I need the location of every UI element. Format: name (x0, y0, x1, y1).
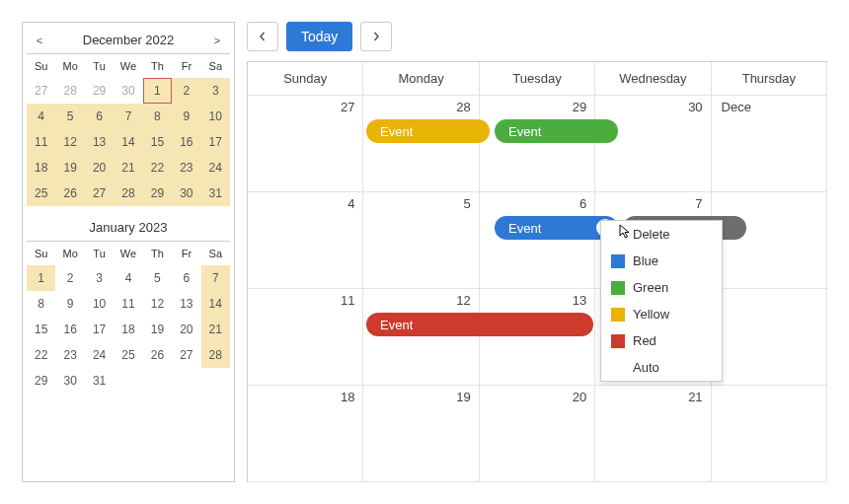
minical-day[interactable]: 16 (55, 317, 84, 342)
minical-day[interactable]: 20 (85, 155, 114, 180)
minical-day[interactable]: 28 (55, 78, 84, 104)
minical-day[interactable]: 23 (172, 155, 200, 180)
day-cell[interactable]: 12 (363, 289, 479, 386)
minical-day[interactable]: 23 (55, 342, 84, 368)
minical-day[interactable]: 10 (201, 104, 230, 129)
minical-day[interactable]: 18 (114, 317, 142, 342)
minical-day[interactable]: 3 (201, 78, 230, 104)
minical-day[interactable]: 12 (143, 291, 172, 317)
minical-day[interactable]: 22 (143, 155, 172, 180)
minical-day[interactable]: 22 (27, 342, 55, 368)
minical-day[interactable]: 14 (201, 291, 230, 317)
minical-day[interactable]: 30 (172, 180, 200, 206)
day-cell[interactable]: 28 (363, 96, 479, 192)
minical-day[interactable]: 30 (114, 78, 142, 104)
context-menu-label: Red (633, 333, 656, 348)
minical-day[interactable]: 16 (172, 129, 200, 155)
minical-day[interactable]: 7 (201, 265, 230, 291)
minical-day[interactable]: 26 (143, 342, 172, 368)
minical-day[interactable]: 7 (114, 104, 142, 129)
minical-day[interactable]: 21 (114, 155, 142, 180)
context-menu-item[interactable]: Delete (601, 221, 722, 248)
calendar-event[interactable]: Event (495, 119, 618, 143)
minical-day[interactable]: 27 (27, 78, 55, 104)
minical-day[interactable]: 4 (114, 265, 142, 291)
minical-day[interactable]: 5 (55, 104, 84, 129)
minical-day[interactable]: 29 (85, 78, 114, 104)
minical-day[interactable]: 21 (201, 317, 230, 342)
minical-prev-button[interactable]: < (31, 35, 48, 46)
minical-day[interactable]: 15 (143, 129, 172, 155)
minical-day[interactable]: 9 (55, 291, 84, 317)
minical-day[interactable]: 3 (85, 265, 114, 291)
today-button[interactable]: Today (286, 22, 352, 51)
minical-day[interactable]: 10 (85, 291, 114, 317)
minical-day[interactable]: 8 (27, 291, 55, 317)
minical-day[interactable]: 1 (27, 265, 55, 291)
day-cell[interactable]: 6 (480, 192, 595, 289)
day-cell[interactable]: 21 (595, 386, 711, 482)
context-menu-item[interactable]: Yellow (601, 301, 722, 327)
minical-day[interactable]: 29 (27, 368, 55, 394)
minical-day[interactable]: 17 (201, 129, 230, 155)
day-cell[interactable]: 29 (480, 96, 595, 192)
minical-day[interactable]: 27 (85, 180, 114, 206)
minical-day[interactable]: 19 (143, 317, 172, 342)
minical-day[interactable]: 5 (143, 265, 172, 291)
minical-day[interactable]: 4 (27, 104, 55, 129)
context-menu-item[interactable]: Auto (601, 354, 722, 381)
day-cell[interactable]: 13 (480, 289, 595, 386)
day-cell[interactable]: Dece (712, 96, 827, 192)
day-cell[interactable]: 11 (248, 289, 363, 386)
minical-day[interactable]: 9 (172, 104, 200, 129)
minical-day[interactable]: 31 (201, 180, 230, 206)
minical-day[interactable]: 17 (85, 317, 114, 342)
minical-day[interactable]: 29 (143, 180, 172, 206)
minical-day[interactable]: 28 (201, 342, 230, 368)
day-cell[interactable] (712, 289, 827, 386)
minical-day[interactable]: 27 (172, 342, 200, 368)
minical-day[interactable]: 11 (27, 129, 55, 155)
context-menu-item[interactable]: Blue (601, 248, 722, 274)
day-cell[interactable]: 19 (363, 386, 479, 482)
minical-day[interactable]: 28 (114, 180, 142, 206)
minical-day[interactable]: 6 (85, 104, 114, 129)
minical-day[interactable]: 30 (55, 368, 84, 394)
day-cell[interactable]: 27 (248, 96, 363, 192)
day-cell[interactable]: 18 (248, 386, 363, 482)
minical-day[interactable]: 1 (143, 78, 172, 104)
minical-next-button[interactable]: > (208, 35, 226, 46)
day-cell[interactable] (712, 386, 827, 482)
minical-day[interactable]: 2 (55, 265, 84, 291)
minical-day[interactable]: 25 (27, 180, 55, 206)
minical-day[interactable]: 26 (55, 180, 84, 206)
minical-day[interactable]: 24 (85, 342, 114, 368)
day-cell[interactable]: 20 (480, 386, 595, 482)
next-button[interactable] (360, 22, 392, 51)
day-cell[interactable] (712, 192, 827, 289)
minical-day[interactable]: 18 (27, 155, 55, 180)
minical-day[interactable]: 15 (27, 317, 55, 342)
minical-day[interactable]: 14 (114, 129, 142, 155)
minical-day[interactable]: 12 (55, 129, 84, 155)
minical-day[interactable]: 13 (85, 129, 114, 155)
calendar-event[interactable]: Event (366, 313, 593, 336)
calendar-event[interactable]: Event (366, 119, 490, 143)
minical-day[interactable]: 11 (114, 291, 142, 317)
minical-day[interactable]: 24 (201, 155, 230, 180)
minical-day[interactable]: 6 (172, 265, 200, 291)
minical-day[interactable]: 31 (85, 368, 114, 394)
context-menu-item[interactable]: Green (601, 274, 722, 301)
day-cell[interactable]: 5 (363, 192, 479, 289)
minical-day[interactable]: 25 (114, 342, 142, 368)
day-cell[interactable]: 30 (595, 96, 711, 192)
minical-day[interactable]: 2 (172, 78, 200, 104)
day-cell[interactable]: 4 (248, 192, 363, 289)
minical-day[interactable]: 19 (55, 155, 84, 180)
context-menu-item[interactable]: Red (601, 327, 722, 354)
prev-button[interactable] (247, 22, 278, 51)
minical-day[interactable]: 13 (172, 291, 200, 317)
minical-day[interactable]: 20 (172, 317, 200, 342)
event-label: Event (380, 318, 413, 332)
minical-day[interactable]: 8 (143, 104, 172, 129)
